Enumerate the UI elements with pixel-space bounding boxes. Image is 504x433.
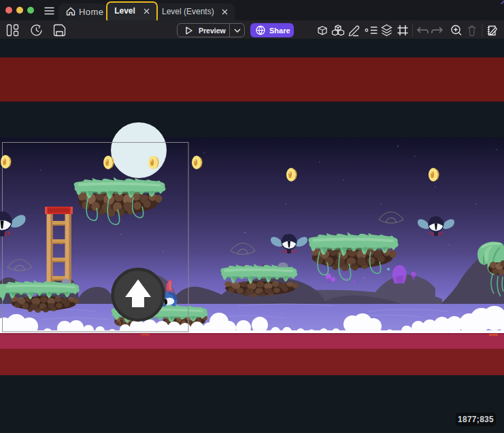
svg-text:Preview: Preview — [199, 27, 226, 35]
svg-text:Share: Share — [269, 26, 290, 34]
